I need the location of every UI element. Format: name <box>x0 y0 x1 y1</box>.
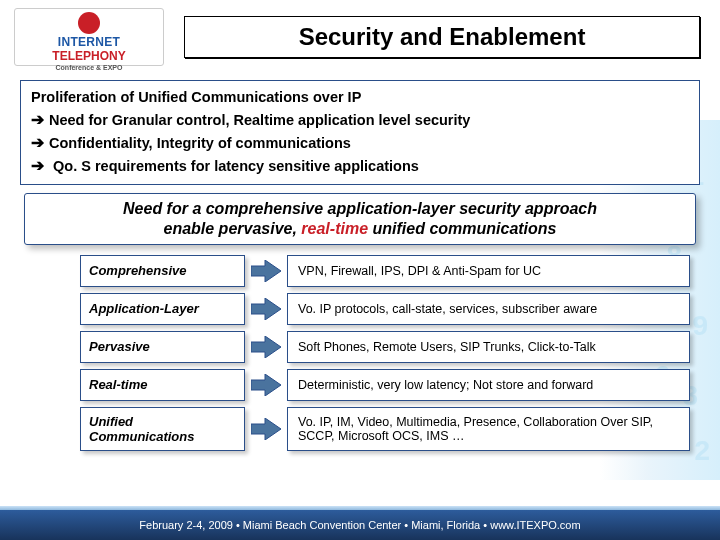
feature-desc: VPN, Firewall, IPS, DPI & Anti-Spam for … <box>287 255 690 287</box>
feature-label: Unified Communications <box>80 407 245 451</box>
intro-bullet: ➔ Qo. S requirements for latency sensiti… <box>31 154 689 177</box>
svg-marker-0 <box>251 260 281 282</box>
logo-line1: INTERNET <box>58 35 120 49</box>
logo-line3: Conference & EXPO <box>56 64 123 71</box>
event-logo: INTERNET TELEPHONY Conference & EXPO <box>14 8 164 66</box>
tagline-box: Need for a comprehensive application-lay… <box>24 193 696 245</box>
intro-bullet-text: Need for Granular control, Realtime appl… <box>49 112 470 128</box>
intro-bullet-text: Confidentiality, Integrity of communicat… <box>49 135 351 151</box>
svg-marker-1 <box>251 298 281 320</box>
feature-rows: Comprehensive VPN, Firewall, IPS, DPI & … <box>80 255 690 451</box>
feature-label: Real-time <box>80 369 245 401</box>
feature-row: Application-Layer Vo. IP protocols, call… <box>80 293 690 325</box>
feature-row: Real-time Deterministic, very low latenc… <box>80 369 690 401</box>
arrow-icon: ➔ <box>31 154 49 177</box>
feature-desc: Soft Phones, Remote Users, SIP Trunks, C… <box>287 331 690 363</box>
feature-desc: Vo. IP, IM, Video, Multimedia, Presence,… <box>287 407 690 451</box>
tagline-text: enable pervasive, <box>163 220 301 237</box>
intro-bullet-text: Qo. S requirements for latency sensitive… <box>53 158 419 174</box>
svg-marker-3 <box>251 374 281 396</box>
feature-label: Pervasive <box>80 331 245 363</box>
logo-line2: TELEPHONY <box>52 49 125 63</box>
intro-lead: Proliferation of Unified Communications … <box>31 87 689 108</box>
feature-label: Comprehensive <box>80 255 245 287</box>
feature-row: Pervasive Soft Phones, Remote Users, SIP… <box>80 331 690 363</box>
feature-label: Application-Layer <box>80 293 245 325</box>
fat-arrow-icon <box>251 260 281 282</box>
intro-bullet: ➔Need for Granular control, Realtime app… <box>31 108 689 131</box>
fat-arrow-icon <box>251 298 281 320</box>
slide-footer: February 2-4, 2009 • Miami Beach Convent… <box>0 510 720 540</box>
svg-marker-4 <box>251 418 281 440</box>
fat-arrow-icon <box>251 336 281 358</box>
arrow-icon: ➔ <box>31 131 49 154</box>
slide-title: Security and Enablement <box>195 23 689 51</box>
tagline-line2: enable pervasive, real-time unified comm… <box>35 220 685 238</box>
fat-arrow-icon <box>251 418 281 440</box>
intro-bullet: ➔Confidentiality, Integrity of communica… <box>31 131 689 154</box>
tagline-text: unified communications <box>368 220 556 237</box>
fat-arrow-icon <box>251 374 281 396</box>
slide-header: INTERNET TELEPHONY Conference & EXPO Sec… <box>0 0 720 70</box>
svg-marker-2 <box>251 336 281 358</box>
title-box: Security and Enablement <box>184 16 700 58</box>
feature-desc: Vo. IP protocols, call-state, services, … <box>287 293 690 325</box>
arrow-icon: ➔ <box>31 108 49 131</box>
tagline-line1: Need for a comprehensive application-lay… <box>35 200 685 218</box>
feature-row: Unified Communications Vo. IP, IM, Video… <box>80 407 690 451</box>
tagline-highlight: real-time <box>301 220 368 237</box>
footer-text: February 2-4, 2009 • Miami Beach Convent… <box>139 519 580 531</box>
feature-row: Comprehensive VPN, Firewall, IPS, DPI & … <box>80 255 690 287</box>
feature-desc: Deterministic, very low latency; Not sto… <box>287 369 690 401</box>
intro-box: Proliferation of Unified Communications … <box>20 80 700 185</box>
